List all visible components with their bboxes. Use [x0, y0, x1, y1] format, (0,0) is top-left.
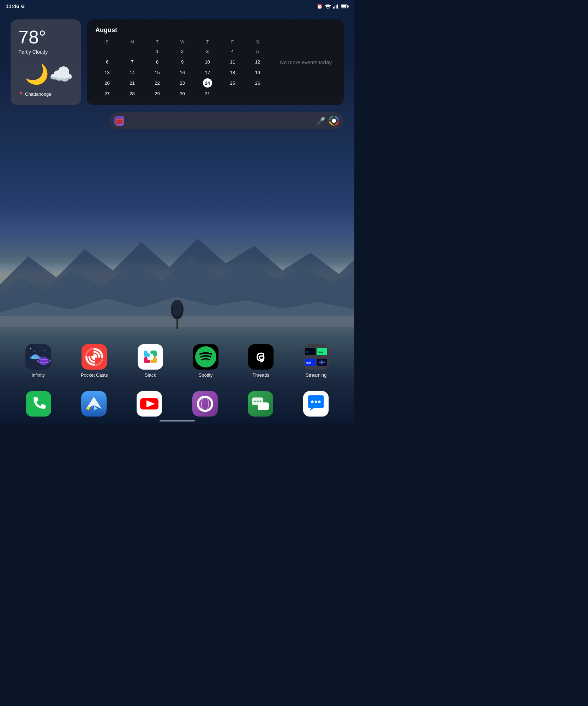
weather-icon: 🌙☁️	[18, 61, 73, 86]
cal-day-20[interactable]: 20	[103, 78, 112, 88]
cal-header-f: F	[221, 39, 244, 45]
calendar-month: August	[95, 26, 269, 34]
svg-point-17	[30, 348, 31, 349]
app-streaming[interactable]: D+ hulu max	[304, 344, 329, 378]
widgets-area: 78° Partly Cloudy 🌙☁️ 📍 Chattanooga Augu…	[11, 19, 344, 105]
disney-icon: D+	[305, 348, 316, 355]
svg-point-69	[315, 401, 317, 403]
svg-point-68	[311, 401, 314, 403]
svg-point-64	[254, 401, 256, 402]
cal-day-12[interactable]: 12	[253, 57, 262, 66]
cal-day-11[interactable]: 11	[228, 57, 237, 66]
cal-day-empty4	[253, 89, 262, 98]
cal-header-t1: T	[145, 39, 169, 45]
cal-day-26[interactable]: 26	[253, 78, 262, 88]
svg-point-70	[318, 401, 321, 403]
weather-location: 📍 Chattanooga	[18, 91, 73, 97]
cal-day-27[interactable]: 27	[103, 89, 112, 98]
cal-day-24-today[interactable]: 24	[203, 78, 212, 88]
hulu-icon: hulu	[317, 348, 327, 355]
cal-header-s2: S	[246, 39, 269, 45]
spark-icon	[81, 391, 107, 417]
cal-day-13[interactable]: 13	[103, 68, 112, 77]
cal-day-22[interactable]: 22	[153, 78, 162, 88]
pocket-casts-label: Pocket Casts	[81, 372, 108, 378]
app-pocket-casts[interactable]: Pocket Casts	[81, 344, 108, 378]
cal-day-18[interactable]: 18	[228, 68, 237, 77]
cal-day-1[interactable]: 1	[153, 47, 162, 56]
slack-label: Slack	[145, 372, 156, 378]
cal-day-empty2	[128, 47, 137, 56]
cal-header-m: M	[120, 39, 144, 45]
cal-day-14[interactable]: 14	[128, 68, 137, 77]
dock-messages[interactable]	[303, 391, 329, 417]
dock-row	[0, 391, 354, 417]
app-infinity[interactable]: Infinity	[25, 344, 51, 378]
cal-day-8[interactable]: 8	[153, 57, 162, 66]
search-bar[interactable]: 🧰 🎤	[109, 112, 344, 129]
svg-rect-13	[341, 5, 346, 7]
cal-day-4[interactable]: 4	[228, 47, 237, 56]
cal-day-2[interactable]: 2	[178, 47, 187, 56]
slack-icon	[138, 344, 163, 370]
youtube-icon	[137, 391, 162, 417]
google-lens-icon[interactable]	[329, 116, 339, 126]
svg-rect-39	[144, 360, 150, 363]
app-threads[interactable]: Threads	[248, 344, 274, 378]
streaming-label: Streaming	[306, 372, 326, 378]
cal-day-17[interactable]: 17	[203, 68, 212, 77]
search-app-icon: 🧰	[114, 116, 124, 126]
cal-day-9[interactable]: 9	[178, 57, 187, 66]
cal-day-10[interactable]: 10	[203, 57, 212, 66]
app-slack[interactable]: Slack	[138, 344, 163, 378]
calendar-widget[interactable]: August S M T W T F S 1 2 3 4 5 6 7	[87, 19, 344, 105]
svg-text:max: max	[306, 361, 311, 364]
cal-day-5[interactable]: 5	[253, 47, 262, 56]
weather-widget[interactable]: 78° Partly Cloudy 🌙☁️ 📍 Chattanooga	[11, 19, 81, 105]
svg-rect-58	[192, 391, 218, 417]
dock-phone[interactable]	[26, 391, 51, 417]
infinity-icon	[25, 344, 51, 370]
calendar-no-events: No more events today	[276, 26, 335, 98]
cal-day-23[interactable]: 23	[178, 78, 187, 88]
cal-day-29[interactable]: 29	[153, 89, 162, 98]
cal-day-3[interactable]: 3	[203, 47, 212, 56]
microphone-icon[interactable]: 🎤	[317, 116, 325, 125]
threads-icon	[248, 344, 274, 370]
svg-rect-12	[348, 5, 349, 7]
svg-point-65	[257, 401, 258, 402]
cal-day-6[interactable]: 6	[103, 57, 112, 66]
home-indicator[interactable]	[160, 420, 195, 421]
svg-rect-9	[336, 5, 336, 8]
paramount-icon	[317, 359, 327, 366]
cal-header-w: W	[170, 39, 194, 45]
svg-point-18	[44, 350, 45, 351]
app-spotify[interactable]: Spotify	[193, 344, 218, 378]
cal-day-15[interactable]: 15	[153, 68, 162, 77]
dock-android-messages[interactable]	[248, 391, 273, 417]
cal-day-19[interactable]: 19	[253, 68, 262, 77]
cal-day-21[interactable]: 21	[128, 78, 137, 88]
cal-day-31[interactable]: 31	[203, 89, 212, 98]
cal-day-7[interactable]: 7	[128, 57, 137, 66]
svg-rect-50	[26, 391, 51, 417]
svg-rect-31	[138, 344, 163, 370]
dock-opera[interactable]	[192, 391, 218, 417]
dock-spark[interactable]	[81, 391, 107, 417]
calendar-left: August S M T W T F S 1 2 3 4 5 6 7	[95, 26, 269, 98]
svg-point-20	[34, 351, 35, 352]
android-messages-icon	[248, 391, 273, 417]
dock-youtube[interactable]	[137, 391, 162, 417]
spotify-icon	[193, 344, 218, 370]
pocket-casts-icon	[82, 344, 107, 370]
weather-condition: Partly Cloudy	[18, 49, 73, 55]
cal-day-30[interactable]: 30	[178, 89, 187, 98]
svg-point-21	[40, 357, 48, 365]
cal-day-25[interactable]: 25	[228, 78, 237, 88]
svg-rect-37	[150, 360, 157, 363]
svg-rect-42	[248, 344, 274, 370]
cal-day-16[interactable]: 16	[178, 68, 187, 77]
svg-rect-8	[335, 6, 335, 8]
cal-day-28[interactable]: 28	[128, 89, 137, 98]
svg-rect-63	[258, 402, 269, 410]
